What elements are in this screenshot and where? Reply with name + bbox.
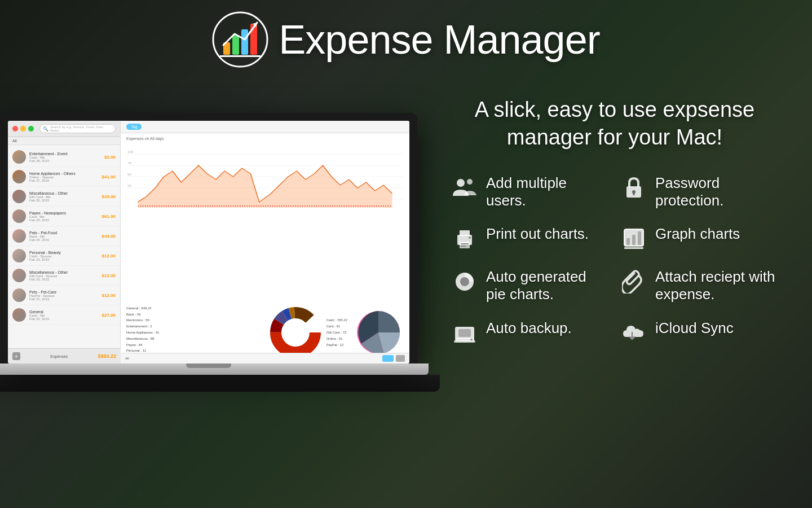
minimize-button[interactable] <box>20 126 26 132</box>
maximize-button[interactable] <box>28 126 34 132</box>
avatar-image <box>12 229 26 243</box>
item-amount: $2.00 <box>104 155 116 160</box>
pie-icon <box>451 268 478 295</box>
search-bar[interactable]: 🔍 Search by e.g. Service, Food, Over, No… <box>39 124 116 133</box>
feature-text-print: Print out charts. <box>486 225 589 243</box>
legend-item: Electronics : 50 <box>126 317 264 323</box>
item-info: Pets - Pet-Food Bank - Me Feb 24, 2015 <box>29 231 99 242</box>
item-title: Home Appliances - Others <box>29 172 99 176</box>
item-title: General <box>29 310 99 314</box>
feature-text-password: Password protection. <box>655 174 778 209</box>
sidebar-list-item[interactable]: Miscellaneous - Other Gift Card - Spouse… <box>8 266 120 286</box>
svg-rect-20 <box>626 238 630 245</box>
item-title: Pets - Pet-Food <box>29 231 99 235</box>
sidebar-list-item[interactable]: General Cash - Me Feb 20, 2015 $27.00 <box>8 305 120 325</box>
legend-item: Online : 91 <box>326 336 347 342</box>
laptop-container: 🔍 Search by e.g. Service, Food, Over, No… <box>0 113 440 392</box>
svg-rect-2 <box>232 35 239 55</box>
feature-print: Print out charts. <box>451 225 609 252</box>
add-expense-button[interactable]: + <box>12 352 20 360</box>
legend-item: Miscellaneous : 88 <box>126 336 264 342</box>
avatar-image <box>12 308 26 322</box>
item-amount: $12.00 <box>102 253 116 259</box>
svg-rect-22 <box>638 231 641 245</box>
svg-text:100: 100 <box>127 150 134 154</box>
bottom-all-label: All <box>125 357 382 360</box>
view-toggle-button[interactable] <box>396 355 405 362</box>
tag-badge: Tag <box>126 124 142 130</box>
svg-point-47 <box>284 321 307 344</box>
svg-point-25 <box>460 277 469 286</box>
svg-rect-3 <box>241 29 248 55</box>
item-sub2: Feb 22, 2015 <box>29 297 99 301</box>
laptop-keyboard <box>0 375 440 392</box>
feature-pie: Auto generated pie charts. <box>451 268 609 303</box>
item-info: Payee - Newspapers Card - Me Feb 25, 201… <box>29 211 99 222</box>
avatar-image <box>12 170 26 183</box>
legend-item: General : 649.22 <box>126 305 264 312</box>
all-label: All <box>8 137 120 145</box>
item-sub2: Feb 26, 2015 <box>29 199 99 202</box>
main-content: Tag Expenses on All days <box>121 121 409 364</box>
item-amount: $27.00 <box>102 313 116 318</box>
close-button[interactable] <box>12 126 18 132</box>
lock-icon <box>620 174 647 202</box>
graph-icon <box>620 225 647 252</box>
svg-rect-23 <box>624 247 643 249</box>
avatar <box>12 229 26 243</box>
item-sub2: Feb 27, 2015 <box>29 179 99 182</box>
legend-item: Home Appliances : 41 <box>126 330 264 336</box>
item-info: Pets - Pet-Care PayPal - Spouse Feb 22, … <box>29 290 99 301</box>
total-amount: $984.22 <box>98 353 116 359</box>
svg-rect-5 <box>220 55 261 57</box>
legend-item: Bank : 43 <box>126 312 264 318</box>
item-info: Entertainment - Event Cash - Me Feb 28, … <box>29 152 101 163</box>
sidebar-list-item[interactable]: Payee - Newspapers Card - Me Feb 25, 201… <box>8 207 120 226</box>
line-chart: 100 75 50 25 <box>126 143 404 216</box>
sidebar-list-item[interactable]: Miscellaneous - Other Gift Card - Me Feb… <box>8 187 120 207</box>
donut-chart <box>270 307 321 358</box>
avatar-image <box>12 269 26 282</box>
sidebar-list-item[interactable]: Home Appliances - Others Online - Spouse… <box>8 167 120 187</box>
item-sub2: Feb 25, 2015 <box>29 218 99 222</box>
item-info: Personal - Beauty Cash - Spouse Feb 23, … <box>29 251 99 261</box>
feature-text-receipt: Attach reciept with expense. <box>655 268 778 303</box>
right-legend: Cash : 705.22Card : 61Gift Card : 72Onli… <box>326 317 347 348</box>
feature-text-pie: Auto generated pie charts. <box>486 268 609 303</box>
legend-item: Card : 61 <box>326 323 347 330</box>
item-title: Miscellaneous - Other <box>29 270 99 274</box>
svg-point-7 <box>457 179 465 187</box>
avatar-image <box>12 209 26 223</box>
search-placeholder: Search by e.g. Service, Food, Over, Note… <box>50 125 112 132</box>
expenses-label: Expenses <box>50 354 68 358</box>
left-legend: General : 649.22Bank : 43Electronics : 5… <box>126 305 264 360</box>
avatar-image <box>12 249 26 262</box>
sidebar-list-item[interactable]: Entertainment - Event Cash - Me Feb 28, … <box>8 147 120 167</box>
avatar <box>12 308 26 322</box>
app-ui: 🔍 Search by e.g. Service, Food, Over, No… <box>8 121 409 364</box>
chart-title: Expenses on All days <box>126 137 404 141</box>
item-sub2: Feb 24, 2015 <box>29 238 99 242</box>
item-info: General Cash - Me Feb 20, 2015 <box>29 310 99 321</box>
svg-text:25: 25 <box>127 184 131 187</box>
sidebar-list-item[interactable]: Pets - Pet-Care PayPal - Spouse Feb 22, … <box>8 286 120 305</box>
sidebar-list-item[interactable]: Personal - Beauty Cash - Spouse Feb 23, … <box>8 246 120 266</box>
sidebar-list-item[interactable]: Pets - Pet-Food Bank - Me Feb 24, 2015 $… <box>8 226 120 246</box>
legend-item: Cash : 705.22 <box>326 317 347 323</box>
chart-area: Expenses on All days 100 <box>121 133 409 302</box>
sidebar: 🔍 Search by e.g. Service, Food, Over, No… <box>8 121 121 364</box>
bottom-bar: All <box>121 353 409 364</box>
item-title: Miscellaneous - Other <box>29 191 99 195</box>
svg-point-8 <box>467 179 473 185</box>
legend-item: Gift Card : 72 <box>326 330 347 336</box>
feature-add-users: Add multiple users. <box>451 174 609 209</box>
features-grid: Add multiple users. Password protection. <box>451 174 778 347</box>
nav-button[interactable] <box>382 355 394 362</box>
app-logo-icon <box>212 11 268 68</box>
backup-icon <box>451 319 478 347</box>
svg-rect-21 <box>632 235 636 245</box>
item-amount: $61.00 <box>102 214 116 219</box>
avatar-image <box>12 288 26 302</box>
item-title: Pets - Pet-Care <box>29 290 99 294</box>
paperclip-icon <box>620 268 647 295</box>
